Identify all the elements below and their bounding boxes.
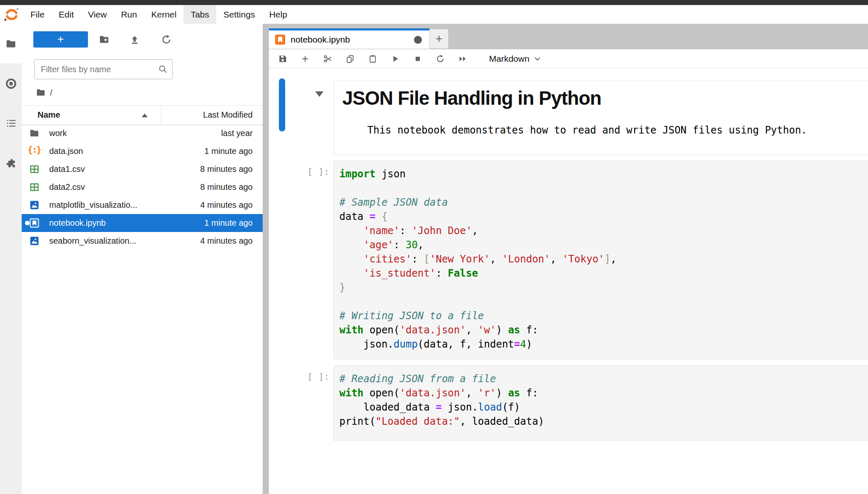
file-modified: 4 minutes ago	[200, 232, 253, 250]
code-cell-1[interactable]: import json # Sample JSON datadata = { '…	[334, 161, 868, 359]
file-modified: 1 minute ago	[204, 214, 253, 232]
code-line: with open('data.json', 'w') as f:	[339, 323, 868, 337]
code-line: import json	[339, 167, 868, 181]
notebook-toolbar: Markdown	[269, 49, 868, 68]
cell-collapser[interactable]	[279, 78, 285, 131]
file-row-seaborn-visualization-[interactable]: seaborn_visualization...4 minutes ago	[22, 232, 263, 250]
cell-prompt: [ ]:	[269, 371, 329, 382]
markdown-heading: JSON File Handling in Python	[342, 87, 868, 109]
file-name: matplotlib_visualizatio...	[49, 196, 137, 214]
menu-item-view[interactable]: View	[81, 5, 114, 24]
notebook-file-icon	[275, 34, 286, 45]
csv-file-icon	[29, 182, 40, 192]
file-name: notebook.ipynb	[49, 214, 106, 232]
main-dock-panel: notebook.ipynb +	[269, 24, 868, 494]
chevron-down-icon	[534, 55, 541, 63]
tab-bar: notebook.ipynb +	[269, 24, 868, 49]
breadcrumb[interactable]: /	[36, 86, 53, 99]
copy-icon[interactable]	[343, 52, 357, 66]
file-row-data2-csv[interactable]: data2.csv8 minutes ago	[22, 178, 263, 196]
running-kernels-icon[interactable]	[5, 78, 17, 89]
markdown-cell[interactable]: JSON File Handling in Python This notebo…	[334, 81, 868, 155]
cell-type-dropdown[interactable]: Markdown	[489, 54, 541, 64]
code-line: loaded_data = json.load(f)	[339, 400, 868, 414]
json-file-icon: {:}	[28, 145, 41, 155]
menu-item-settings[interactable]: Settings	[216, 5, 262, 24]
code-line: 'name': 'John Doe',	[339, 224, 868, 238]
stop-icon[interactable]	[411, 52, 425, 66]
markdown-body: This notebook demonstrates how to read a…	[367, 124, 868, 136]
save-icon[interactable]	[276, 52, 290, 66]
file-row-data1-csv[interactable]: data1.csv8 minutes ago	[22, 160, 263, 178]
code-line: json.dump(data, f, indent=4)	[339, 337, 868, 351]
heading-collapse-icon[interactable]	[315, 91, 324, 97]
new-tab-button[interactable]: +	[430, 29, 448, 48]
column-header-name[interactable]: Name	[38, 106, 60, 124]
file-row-notebook-ipynb[interactable]: notebook.ipynb1 minute ago	[22, 214, 263, 232]
restart-kernel-icon[interactable]	[433, 52, 447, 66]
menu-item-file[interactable]: File	[23, 5, 52, 24]
code-cell-2[interactable]: # Reading JSON from a filewith open('dat…	[334, 365, 868, 441]
code-line: # Sample JSON data	[339, 195, 868, 209]
cell-prompt: [ ]:	[269, 166, 329, 177]
file-name: work	[49, 124, 67, 142]
image-file-icon	[29, 236, 40, 246]
sort-ascending-icon	[142, 113, 148, 117]
refresh-button[interactable]	[161, 34, 172, 45]
tab-notebook[interactable]: notebook.ipynb	[269, 28, 429, 49]
file-modified: 1 minute ago	[204, 142, 253, 160]
window-top-strip	[0, 0, 868, 5]
jupyterlab-window: FileEditViewRunKernelTabsSettingsHelp +	[0, 0, 868, 494]
panel-divider[interactable]	[263, 24, 269, 494]
notebook-file-icon	[29, 218, 40, 228]
file-name: data1.csv	[49, 160, 85, 178]
column-header-modified[interactable]: Last Modified	[203, 106, 253, 124]
code-line: data = {	[339, 209, 868, 224]
menu-item-run[interactable]: Run	[114, 5, 144, 24]
cell-type-value: Markdown	[489, 54, 529, 64]
code-line: 'age': 30,	[339, 238, 868, 252]
file-browser-panel: + / Name Last Modified	[22, 24, 263, 494]
file-browser-icon[interactable]	[5, 38, 17, 50]
tab-title: notebook.ipynb	[291, 30, 350, 49]
new-folder-button[interactable]	[99, 34, 110, 45]
code-line: print("Loaded data:", loaded_data)	[339, 414, 868, 428]
menu-item-edit[interactable]: Edit	[52, 5, 81, 24]
run-icon[interactable]	[388, 52, 402, 66]
filter-files-box	[34, 59, 173, 79]
notebook-content: JSON File Handling in Python This notebo…	[269, 68, 868, 494]
code-line: 'is_student': False	[339, 266, 868, 280]
file-name: data.json	[49, 142, 83, 160]
column-separator	[161, 106, 161, 124]
code-line: }	[339, 280, 868, 295]
extension-manager-icon[interactable]	[5, 157, 17, 169]
menu-item-help[interactable]: Help	[262, 5, 294, 24]
search-icon	[158, 64, 168, 74]
menu-bar: FileEditViewRunKernelTabsSettingsHelp	[0, 5, 868, 24]
code-line: 'cities': ['New York', 'London', 'Tokyo'…	[339, 252, 868, 266]
paste-icon[interactable]	[366, 52, 380, 66]
tab-dirty-indicator[interactable]	[414, 36, 422, 44]
filter-files-input[interactable]	[40, 64, 158, 75]
breadcrumb-path: /	[50, 88, 53, 98]
table-of-contents-icon[interactable]	[5, 118, 17, 129]
menu-item-tabs[interactable]: Tabs	[183, 5, 216, 24]
folder-file-icon	[29, 128, 40, 139]
file-modified: 4 minutes ago	[200, 196, 253, 214]
insert-cell-icon[interactable]	[298, 52, 312, 66]
file-row-work[interactable]: worklast year	[22, 124, 263, 142]
file-list-header: Name Last Modified	[22, 105, 263, 125]
file-row-data-json[interactable]: {:}data.json1 minute ago	[22, 142, 263, 160]
code-line	[339, 181, 868, 195]
code-line	[339, 295, 868, 309]
file-name: seaborn_visualization...	[49, 232, 136, 250]
home-folder-icon[interactable]	[36, 88, 46, 98]
menu-item-kernel[interactable]: Kernel	[144, 5, 184, 24]
activity-bar	[0, 24, 22, 494]
image-file-icon	[29, 200, 40, 210]
cut-icon[interactable]	[321, 52, 335, 66]
upload-button[interactable]	[129, 34, 140, 45]
new-launcher-button[interactable]: +	[33, 31, 88, 48]
restart-run-all-icon[interactable]	[456, 52, 470, 66]
file-row-matplotlib-visualizatio-[interactable]: matplotlib_visualizatio...4 minutes ago	[22, 196, 263, 214]
